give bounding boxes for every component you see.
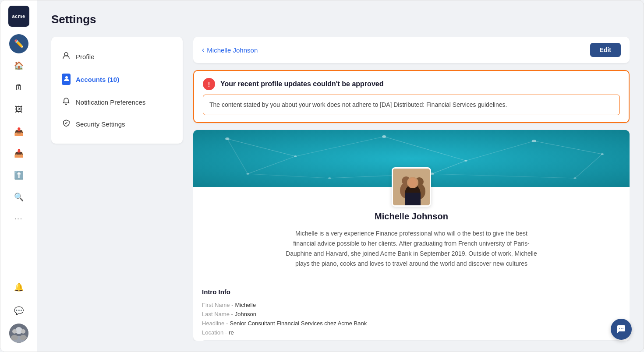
bell-icon[interactable]: 🔔 — [9, 278, 28, 297]
intro-row-firstname: First Name - Michelle — [202, 302, 621, 308]
svg-point-4 — [11, 335, 18, 340]
svg-point-9 — [65, 76, 68, 79]
inbox-icon[interactable]: 📥 — [9, 144, 28, 163]
back-chevron-icon: ‹ — [202, 46, 204, 54]
alert-body: The content stated by you about your wor… — [203, 95, 620, 115]
menu-item-profile[interactable]: Profile — [51, 46, 183, 67]
profile-icon — [62, 52, 71, 61]
back-link[interactable]: ‹ Michelle Johnson — [202, 46, 258, 54]
chat-bubble-button[interactable] — [611, 319, 632, 340]
chat-icon[interactable]: 💬 — [9, 301, 28, 320]
intro-section: Intro Info First Name - Michelle Last Na… — [193, 288, 630, 341]
search-icon[interactable]: 🔍 — [9, 187, 28, 207]
settings-menu: Profile Accounts (10) — [51, 37, 183, 144]
gallery-icon[interactable]: 🖼 — [9, 100, 28, 119]
compose-icon[interactable]: ✏️ — [9, 34, 28, 53]
svg-point-44 — [623, 328, 623, 329]
menu-item-security[interactable]: Security Settings — [51, 113, 183, 135]
svg-point-40 — [408, 178, 417, 188]
upload-icon[interactable]: 📤 — [9, 122, 28, 141]
sidebar: acme ✏️ 🏠 🗓 🖼 📤 📥 ⬆️ 🔍 ··· 🔔 💬 — [0, 0, 37, 352]
intro-row-lastname: Last Name - Johnson — [202, 311, 621, 317]
svg-point-3 — [12, 329, 17, 334]
notification-icon — [62, 97, 71, 107]
intro-row-headline: Headline - Senior Consultant Financial S… — [202, 320, 621, 327]
app-logo: acme — [8, 6, 29, 27]
svg-point-5 — [21, 329, 25, 334]
profile-card: Michelle Johnson Michelle is a very expe… — [193, 130, 630, 341]
accounts-icon — [62, 74, 71, 85]
alert-title: Your recent profile updates couldn't be … — [220, 80, 383, 88]
alert-title-row: ! Your recent profile updates couldn't b… — [203, 78, 620, 90]
user-avatar[interactable] — [9, 324, 28, 343]
menu-item-notifications[interactable]: Notification Preferences — [51, 91, 183, 113]
sidebar-bottom: 🔔 💬 — [9, 276, 28, 346]
security-icon — [62, 119, 71, 129]
profile-banner — [193, 130, 630, 187]
profile-name: Michelle Johnson — [206, 211, 616, 222]
menu-item-accounts[interactable]: Accounts (10) — [51, 67, 183, 91]
svg-point-6 — [20, 335, 27, 340]
edit-button[interactable]: Edit — [590, 43, 621, 57]
profile-avatar — [392, 167, 431, 207]
alert-icon: ! — [203, 78, 215, 90]
profile-header-bar: ‹ Michelle Johnson Edit — [193, 37, 630, 63]
svg-rect-41 — [405, 193, 421, 207]
upload2-icon[interactable]: ⬆️ — [9, 165, 28, 185]
right-panel: ‹ Michelle Johnson Edit ! Your recent pr… — [193, 37, 630, 341]
profile-bio: Michelle is a very experience Finance pr… — [284, 229, 538, 269]
home-icon[interactable]: 🏠 — [9, 56, 28, 75]
content-area: Profile Accounts (10) — [51, 37, 630, 341]
intro-row-location: Location - re — [202, 329, 621, 336]
intro-title: Intro Info — [202, 288, 621, 296]
page-title: Settings — [51, 13, 630, 26]
more-icon[interactable]: ··· — [9, 209, 28, 229]
svg-point-42 — [619, 328, 620, 329]
main-content: Settings Profile — [37, 0, 644, 352]
calendar-icon[interactable]: 🗓 — [9, 78, 28, 97]
svg-point-43 — [621, 328, 622, 329]
alert-box: ! Your recent profile updates couldn't b… — [193, 70, 630, 123]
intro-bio-block: Michelle is a very experience Finance pr… — [202, 340, 621, 341]
